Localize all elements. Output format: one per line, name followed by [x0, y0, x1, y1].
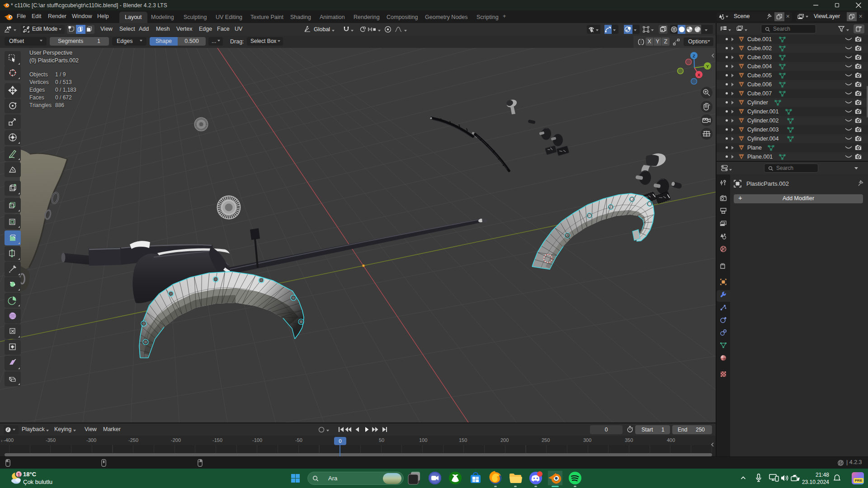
svg-text:X: X	[698, 72, 701, 77]
svg-text:Y: Y	[706, 64, 709, 69]
svg-text:Z: Z	[693, 53, 695, 58]
